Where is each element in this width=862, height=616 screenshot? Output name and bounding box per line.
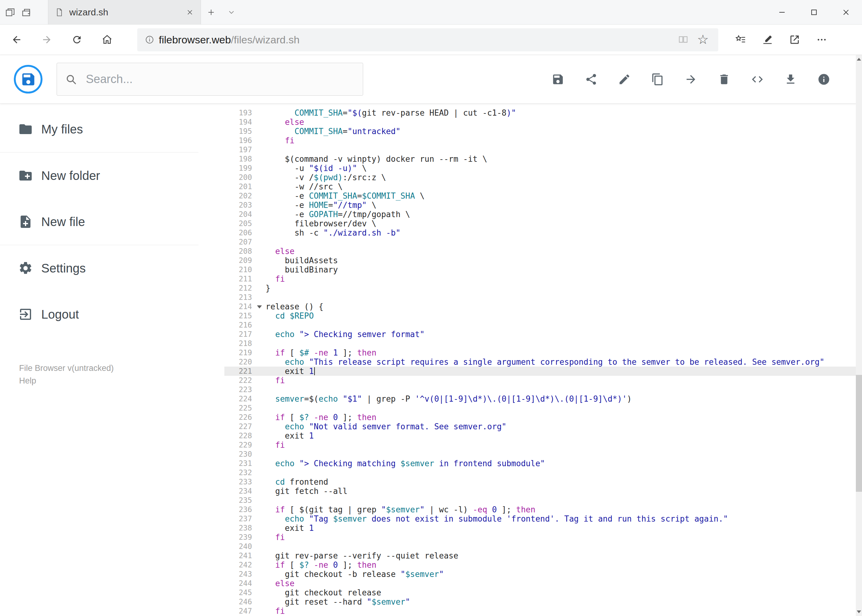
delete-icon[interactable] bbox=[717, 72, 731, 87]
site-info-icon[interactable] bbox=[145, 35, 154, 45]
code-line[interactable]: 208 else bbox=[224, 247, 862, 256]
code-line[interactable]: 227 echo "Not valid semver format. See s… bbox=[224, 422, 862, 431]
hub-favorites-icon[interactable] bbox=[731, 30, 750, 50]
reading-view-icon[interactable] bbox=[673, 30, 693, 50]
code-icon[interactable] bbox=[750, 72, 765, 87]
edit-icon[interactable] bbox=[617, 72, 632, 87]
fold-toggle-icon[interactable] bbox=[257, 305, 262, 308]
sidebar-item-new-folder[interactable]: New folder bbox=[0, 152, 199, 199]
help-link[interactable]: Help bbox=[19, 376, 114, 386]
code-editor[interactable]: 193 COMMIT_SHA="$(git rev-parse HEAD | c… bbox=[199, 104, 862, 616]
code-line[interactable]: 218 bbox=[224, 339, 862, 348]
code-line[interactable]: 226 if [ $? -ne 0 ]; then bbox=[224, 413, 862, 422]
code-line[interactable]: 233 cd frontend bbox=[224, 477, 862, 487]
code-line[interactable]: 219 if [ $# -ne 1 ]; then bbox=[224, 348, 862, 357]
copy-icon[interactable] bbox=[650, 72, 665, 87]
scrollbar-thumb[interactable] bbox=[856, 375, 862, 492]
code-line[interactable]: 236 if [ $(git tag | grep "$semver" | wc… bbox=[224, 505, 862, 514]
code-line[interactable]: 193 COMMIT_SHA="$(git rev-parse HEAD | c… bbox=[224, 108, 862, 118]
code-line[interactable]: 198 $(command -v winpty) docker run --rm… bbox=[224, 154, 862, 163]
code-line[interactable]: 222 fi bbox=[224, 376, 862, 385]
forward-icon[interactable] bbox=[37, 30, 57, 50]
minimize-button[interactable] bbox=[766, 0, 798, 25]
search-input[interactable] bbox=[86, 72, 355, 86]
code-line[interactable]: 204 -e GOPATH=//tmp/gopath \ bbox=[224, 210, 862, 219]
code-line[interactable]: 223 bbox=[224, 385, 862, 394]
sidebar-item-my-files[interactable]: My files bbox=[0, 106, 199, 152]
code-line[interactable]: 201 -w //src \ bbox=[224, 182, 862, 191]
filebrowser-logo[interactable] bbox=[14, 65, 43, 93]
code-line[interactable]: 240 bbox=[224, 542, 862, 551]
refresh-icon[interactable] bbox=[67, 30, 87, 50]
code-line[interactable]: 194 else bbox=[224, 118, 862, 127]
code-line[interactable]: 230 bbox=[224, 449, 862, 459]
code-line[interactable]: 231 echo "> Checking matching $semver in… bbox=[224, 459, 862, 468]
code-line[interactable]: 212} bbox=[224, 284, 862, 293]
code-line[interactable]: 241 git rev-parse --verify --quiet relea… bbox=[224, 551, 862, 560]
back-icon[interactable] bbox=[7, 30, 27, 50]
code-line[interactable]: 206 sh -c "./wizard.sh -b" bbox=[224, 228, 862, 237]
code-line[interactable]: 199 -u "$(id -u)" \ bbox=[224, 163, 862, 173]
code-line[interactable]: 232 bbox=[224, 468, 862, 477]
scrollbar-up-arrow-icon[interactable] bbox=[857, 58, 861, 61]
code-line[interactable]: 239 fi bbox=[224, 533, 862, 542]
search-box[interactable] bbox=[57, 63, 363, 96]
code-line[interactable]: 213 bbox=[224, 293, 862, 302]
code-line[interactable]: 215 cd $REPO bbox=[224, 311, 862, 321]
save-icon[interactable] bbox=[550, 72, 565, 87]
sidebar-item-new-file[interactable]: New file bbox=[0, 199, 199, 245]
info-icon[interactable] bbox=[816, 72, 831, 87]
code-line[interactable]: 234 git fetch --all bbox=[224, 487, 862, 496]
close-button[interactable] bbox=[830, 0, 862, 25]
code-line[interactable]: 242 if [ $? -ne 0 ]; then bbox=[224, 560, 862, 570]
move-icon[interactable] bbox=[684, 72, 698, 87]
code-line[interactable]: 235 bbox=[224, 496, 862, 505]
tab-wizard-sh[interactable]: wizard.sh bbox=[48, 0, 201, 24]
code-line[interactable]: 247 fi bbox=[224, 607, 862, 616]
code-line[interactable]: 209 buildAssets bbox=[224, 256, 862, 265]
add-favorite-star-icon[interactable]: ☆ bbox=[693, 30, 713, 50]
code-line[interactable]: 211 fi bbox=[224, 274, 862, 284]
share-icon[interactable] bbox=[584, 72, 599, 87]
web-note-pen-icon[interactable] bbox=[758, 30, 777, 50]
code-area[interactable]: 193 COMMIT_SHA="$(git rev-parse HEAD | c… bbox=[224, 108, 862, 616]
code-line[interactable]: 217 echo "> Checking semver format" bbox=[224, 330, 862, 339]
code-line[interactable]: 195 COMMIT_SHA="untracked" bbox=[224, 127, 862, 136]
code-line[interactable]: 200 -v /$(pwd):/src:z \ bbox=[224, 173, 862, 182]
code-line[interactable]: 203 -e HOME="//tmp" \ bbox=[224, 201, 862, 210]
code-line[interactable]: 221 exit 1 bbox=[224, 366, 862, 376]
tab-actions-chevron-icon[interactable] bbox=[221, 0, 241, 24]
code-line[interactable]: 229 fi bbox=[224, 440, 862, 449]
code-line[interactable]: 244 else bbox=[224, 579, 862, 588]
code-line[interactable]: 238 exit 1 bbox=[224, 523, 862, 533]
maximize-button[interactable] bbox=[798, 0, 830, 25]
address-bar[interactable]: filebrowser.web/files/wizard.sh ☆ bbox=[137, 28, 718, 51]
code-line[interactable]: 220 echo "This release script requires a… bbox=[224, 357, 862, 366]
home-icon[interactable] bbox=[97, 30, 117, 50]
more-options-ellipsis-icon[interactable] bbox=[812, 30, 832, 50]
sidebar-item-settings[interactable]: Settings bbox=[0, 245, 199, 291]
code-line[interactable]: 210 buildBinary bbox=[224, 265, 862, 274]
code-line[interactable]: 202 -e COMMIT_SHA=$COMMIT_SHA \ bbox=[224, 191, 862, 201]
new-tab-button[interactable] bbox=[201, 0, 221, 24]
url-text[interactable]: filebrowser.web/files/wizard.sh bbox=[159, 34, 673, 46]
code-line[interactable]: 237 echo "Tag $semver does not exist in … bbox=[224, 514, 862, 523]
code-line[interactable]: 225 bbox=[224, 404, 862, 413]
tab-preview-icon[interactable] bbox=[16, 0, 36, 24]
code-line[interactable]: 224 semver=$(echo "$1" | grep -P '^v(0|[… bbox=[224, 394, 862, 404]
share-page-icon[interactable] bbox=[785, 30, 804, 50]
code-line[interactable]: 207 bbox=[224, 237, 862, 247]
code-line[interactable]: 205 filebrowser/dev \ bbox=[224, 219, 862, 228]
page-scrollbar[interactable] bbox=[856, 55, 862, 616]
code-line[interactable]: 243 git checkout -b release "$semver" bbox=[224, 570, 862, 579]
download-icon[interactable] bbox=[783, 72, 798, 87]
code-line[interactable]: 196 fi bbox=[224, 136, 862, 145]
code-line[interactable]: 245 git checkout release bbox=[224, 588, 862, 597]
code-line[interactable]: 246 git reset --hard "$semver" bbox=[224, 597, 862, 607]
scrollbar-down-arrow-icon[interactable] bbox=[857, 610, 861, 613]
code-line[interactable]: 216 bbox=[224, 321, 862, 330]
code-line[interactable]: 214release () { bbox=[224, 302, 862, 311]
tab-close-icon[interactable] bbox=[186, 8, 194, 16]
sidebar-item-logout[interactable]: Logout bbox=[0, 291, 199, 337]
code-line[interactable]: 228 exit 1 bbox=[224, 431, 862, 440]
